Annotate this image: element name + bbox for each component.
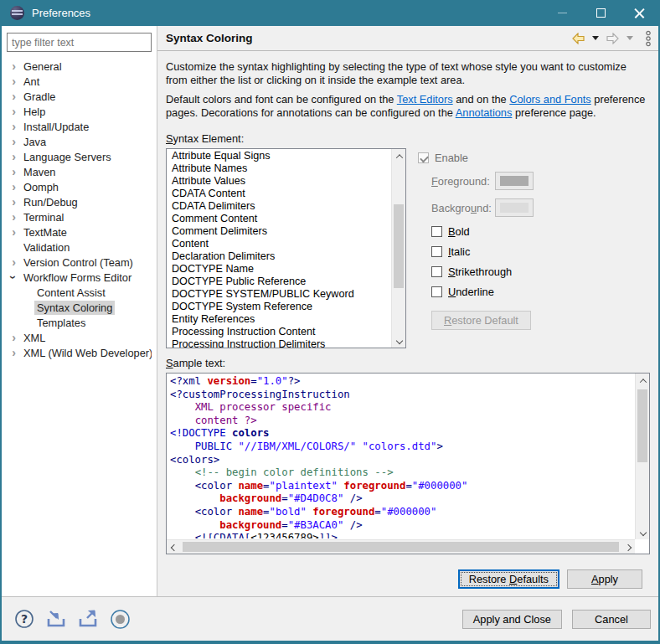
page-description-links: Default colors and font can be configure… — [166, 93, 650, 119]
scroll-left-icon[interactable] — [167, 540, 181, 554]
syntax-element-list[interactable]: Attribute Equal SignsAttribute NamesAttr… — [166, 148, 406, 348]
tree-item-ant[interactable]: Ant — [7, 74, 152, 89]
chevron-down-icon[interactable] — [7, 271, 21, 283]
import-preferences-icon[interactable] — [45, 608, 67, 630]
scroll-up-icon[interactable] — [636, 374, 650, 388]
list-item[interactable]: DOCTYPE System Reference — [168, 301, 390, 313]
sample-text-area[interactable]: <?xml version="1.0"?><?customProcessingI… — [166, 373, 650, 554]
list-item[interactable]: Content — [168, 238, 390, 250]
list-vertical-scrollbar[interactable] — [391, 149, 405, 348]
scroll-down-icon[interactable] — [392, 333, 406, 348]
tree-item-gradle[interactable]: Gradle — [7, 89, 152, 104]
chevron-right-icon[interactable] — [7, 211, 21, 223]
preferences-sidebar: GeneralAntGradleHelpInstall/UpdateJavaLa… — [2, 26, 157, 596]
tree-item-xml-wild-web-developer-[interactable]: XML (Wild Web Developer) — [7, 345, 152, 360]
sample-code: <?xml version="1.0"?><?customProcessingI… — [170, 375, 634, 538]
underline-checkbox[interactable] — [431, 286, 442, 297]
tree-item-content-assist[interactable]: Content Assist — [7, 285, 152, 300]
chevron-right-icon[interactable] — [7, 75, 21, 87]
cancel-button[interactable]: Cancel — [572, 610, 651, 629]
close-button[interactable] — [620, 0, 658, 26]
strikethrough-checkbox[interactable] — [431, 266, 442, 277]
link-colors-and-fonts[interactable]: Colors and Fonts — [509, 93, 590, 106]
tree-item-validation[interactable]: Validation — [7, 240, 152, 255]
tree-item-general[interactable]: General — [7, 59, 152, 74]
chevron-right-icon[interactable] — [7, 166, 21, 178]
list-item[interactable]: Declaration Delimiters — [168, 250, 390, 263]
tree-item-syntax-coloring[interactable]: Syntax Coloring — [7, 300, 152, 315]
filter-input[interactable] — [7, 33, 152, 52]
list-item[interactable]: CDATA Content — [168, 188, 390, 200]
forward-arrow-icon[interactable] — [606, 33, 620, 44]
list-item[interactable]: Attribute Names — [168, 162, 390, 175]
list-item[interactable]: Attribute Equal Signs — [168, 150, 390, 162]
back-history-dropdown-icon[interactable] — [592, 36, 599, 40]
apply-button[interactable]: Apply — [567, 569, 642, 589]
tree-item-language-servers[interactable]: Language Servers — [7, 149, 152, 164]
list-item[interactable]: CDATA Delimiters — [168, 200, 390, 213]
tree-item-terminal[interactable]: Terminal — [7, 209, 152, 224]
tree-item-version-control-team-[interactable]: Version Control (Team) — [7, 255, 152, 270]
link-annotations[interactable]: Annotations — [456, 106, 513, 119]
chevron-right-icon[interactable] — [7, 121, 21, 132]
chevron-right-icon[interactable] — [7, 347, 21, 358]
scroll-right-icon[interactable] — [621, 540, 635, 554]
chevron-right-icon[interactable] — [7, 256, 21, 268]
apply-and-close-button[interactable]: Apply and Close — [462, 610, 562, 629]
italic-checkbox[interactable] — [431, 246, 442, 257]
maximize-button[interactable] — [581, 0, 620, 26]
list-item[interactable]: Comment Delimiters — [168, 225, 390, 238]
restore-default-button[interactable]: Restore Default — [431, 311, 531, 330]
chevron-right-icon[interactable] — [7, 60, 21, 72]
list-scroll-thumb[interactable] — [394, 204, 404, 288]
chevron-right-icon[interactable] — [7, 181, 21, 193]
link-text-editors[interactable]: Text Editors — [397, 93, 453, 106]
tree-item-textmate[interactable]: TextMate — [7, 224, 152, 240]
enable-checkbox[interactable] — [418, 152, 429, 163]
chevron-right-icon[interactable] — [7, 151, 21, 162]
foreground-color-button[interactable] — [495, 172, 534, 190]
scroll-down-icon[interactable] — [636, 525, 650, 539]
tree-item-xml[interactable]: XML — [7, 330, 152, 345]
scroll-up-icon[interactable] — [392, 149, 406, 163]
list-item[interactable]: Comment Content — [168, 213, 390, 225]
tree-item-run-debug[interactable]: Run/Debug — [7, 194, 152, 209]
sample-hscroll-thumb[interactable] — [183, 542, 619, 552]
oomph-recorder-icon[interactable] — [109, 608, 131, 630]
tree-item-help[interactable]: Help — [7, 104, 152, 119]
list-item[interactable]: DOCTYPE Public Reference — [168, 276, 390, 288]
list-item[interactable]: Processing Instruction Delimiters — [168, 338, 390, 348]
list-item[interactable]: Entity References — [168, 313, 390, 326]
export-preferences-icon[interactable] — [77, 608, 99, 630]
list-item[interactable]: Attribute Values — [168, 175, 390, 188]
chevron-right-icon[interactable] — [7, 196, 21, 208]
back-arrow-icon[interactable] — [571, 33, 585, 44]
tree-item-templates[interactable]: Templates — [7, 315, 152, 330]
bold-checkbox[interactable] — [431, 226, 442, 237]
preferences-tree: GeneralAntGradleHelpInstall/UpdateJavaLa… — [7, 59, 152, 596]
view-menu-icon[interactable] — [645, 30, 652, 47]
tree-item-maven[interactable]: Maven — [7, 164, 152, 179]
restore-defaults-button[interactable]: Restore Defaults — [458, 569, 559, 589]
chevron-right-icon[interactable] — [7, 136, 21, 147]
chevron-right-icon[interactable] — [7, 90, 21, 102]
list-item[interactable]: DOCTYPE SYSTEM/PUBLIC Keyword — [168, 288, 390, 301]
forward-history-dropdown-icon[interactable] — [626, 36, 633, 40]
list-item[interactable]: DOCTYPE Name — [168, 263, 390, 276]
tree-item-java[interactable]: Java — [7, 134, 152, 149]
tree-item-workflow-forms-editor[interactable]: Workflow Forms Editor — [7, 270, 152, 285]
chevron-right-icon[interactable] — [7, 106, 21, 117]
help-icon[interactable]: ? — [13, 608, 35, 630]
window-title: Preferences — [32, 7, 90, 19]
chevron-right-icon[interactable] — [7, 226, 21, 238]
chevron-right-icon[interactable] — [7, 332, 21, 343]
foreground-label: Foreground: — [431, 175, 495, 188]
sample-vscroll-thumb[interactable] — [637, 389, 647, 462]
tree-item-install-update[interactable]: Install/Update — [7, 119, 152, 134]
background-color-button[interactable] — [495, 198, 534, 217]
tree-item-oomph[interactable]: Oomph — [7, 179, 152, 194]
sample-vertical-scrollbar[interactable] — [635, 374, 649, 539]
sample-horizontal-scrollbar[interactable] — [167, 539, 635, 554]
minimize-button[interactable] — [543, 0, 581, 26]
list-item[interactable]: Processing Instruction Content — [168, 326, 390, 338]
